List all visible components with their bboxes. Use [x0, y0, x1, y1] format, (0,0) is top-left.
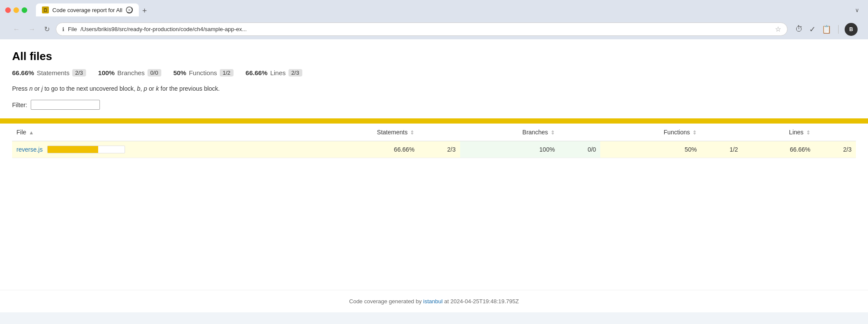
col-header-stmt-ratio — [419, 124, 460, 141]
coverage-summary: 66.66% Statements 2/3 100% Branches 0/0 … — [12, 69, 856, 76]
toolbar-divider — [838, 25, 839, 34]
file-link[interactable]: reverse.js — [16, 146, 43, 153]
cell-branch-ratio: 0/0 — [559, 141, 600, 158]
sort-icon-file: ▲ — [29, 130, 34, 136]
functions-pct: 50% — [173, 69, 186, 76]
filter-row: Filter: — [12, 100, 856, 110]
cell-line-ratio: 2/3 — [815, 141, 856, 158]
extensions-button[interactable]: ⏱ — [794, 24, 804, 35]
cell-func-ratio: 1/2 — [701, 141, 742, 158]
nav-bar: ← → ↻ ℹ File /Users/brikis98/src/ready-f… — [5, 20, 863, 39]
sort-icon-branches: ⇕ — [551, 130, 555, 136]
branches-summary: 100% Branches 0/0 — [98, 69, 161, 76]
statements-label: Statements — [37, 69, 70, 76]
reload-button[interactable]: ↻ — [42, 23, 52, 35]
footer-text-after: at 2024-04-25T19:48:19.795Z — [442, 298, 519, 305]
tab-favicon: 🗒 — [42, 6, 49, 13]
footer-text-before: Code coverage generated by — [349, 298, 423, 305]
bookmark-icon[interactable]: ☆ — [775, 25, 781, 33]
window-controls — [5, 7, 27, 13]
col-header-statements[interactable]: Statements ⇕ — [307, 124, 419, 141]
address-bar[interactable]: ℹ File /Users/brikis98/src/ready-for-pro… — [56, 22, 788, 36]
lines-label: Lines — [270, 69, 286, 76]
window-close-button[interactable] — [5, 7, 11, 13]
col-header-branch-ratio — [559, 124, 600, 141]
forward-button[interactable]: → — [26, 24, 38, 35]
page-content: All files 66.66% Statements 2/3 100% Bra… — [0, 39, 868, 290]
col-label-functions: Functions — [664, 129, 690, 136]
filter-input[interactable] — [31, 100, 100, 110]
col-label-branches: Branches — [522, 129, 548, 136]
sort-icon-statements: ⇕ — [410, 130, 414, 136]
statements-pct: 66.66% — [12, 69, 34, 76]
col-header-func-ratio — [701, 124, 742, 141]
col-label-statements: Statements — [377, 129, 408, 136]
page-title: All files — [12, 50, 856, 63]
cell-stmt-ratio: 2/3 — [419, 141, 460, 158]
yellow-bar-separator — [0, 118, 868, 124]
col-header-file[interactable]: File ▲ — [12, 124, 307, 141]
back-button[interactable]: ← — [10, 24, 22, 35]
col-header-functions[interactable]: Functions ⇕ — [600, 124, 701, 141]
functions-summary: 50% Functions 1/2 — [173, 69, 234, 76]
table-header-row: File ▲ Statements ⇕ Branches ⇕ Functions… — [12, 124, 856, 141]
sort-icon-lines: ⇕ — [806, 130, 810, 136]
cell-line-pct: 66.66% — [742, 141, 814, 158]
tab-bar: 🗒 Code coverage report for All × + — [36, 3, 848, 16]
cell-file: reverse.js — [12, 141, 307, 158]
lines-badge: 2/3 — [288, 69, 302, 76]
new-tab-button[interactable]: + — [139, 5, 151, 16]
branches-badge: 0/0 — [147, 69, 161, 76]
statements-summary: 66.66% Statements 2/3 — [12, 69, 86, 76]
info-icon: ℹ — [62, 26, 64, 32]
window-maximize-button[interactable] — [22, 7, 27, 13]
checkmark-button[interactable]: ✓ — [808, 24, 817, 35]
cell-branch-pct: 100% — [460, 141, 559, 158]
tab-close-button[interactable]: × — [126, 6, 133, 13]
lines-pct: 66.66% — [246, 69, 268, 76]
browser-expand-button[interactable]: ∨ — [852, 5, 863, 15]
address-path: /Users/brikis98/src/ready-for-production… — [80, 26, 772, 32]
col-header-lines[interactable]: Lines ⇕ — [742, 124, 814, 141]
functions-label: Functions — [189, 69, 217, 76]
branches-label: Branches — [117, 69, 144, 76]
hint-text: Press n or j to go to the next uncovered… — [12, 85, 856, 92]
active-tab[interactable]: 🗒 Code coverage report for All × — [36, 3, 139, 16]
sort-icon-functions: ⇕ — [692, 130, 697, 136]
functions-badge: 1/2 — [220, 69, 234, 76]
clipboard-button[interactable]: 📋 — [821, 24, 832, 35]
branches-pct: 100% — [98, 69, 115, 76]
progress-bar-fill — [48, 146, 98, 153]
address-protocol: File — [68, 26, 77, 32]
col-header-branches[interactable]: Branches ⇕ — [460, 124, 559, 141]
progress-bar — [47, 146, 125, 153]
cell-stmt-pct: 66.66% — [307, 141, 419, 158]
cell-func-pct: 50% — [600, 141, 701, 158]
col-label-lines: Lines — [789, 129, 803, 136]
toolbar-icons: ⏱ ✓ 📋 B — [794, 23, 858, 36]
profile-avatar[interactable]: B — [845, 23, 858, 36]
title-bar: 🗒 Code coverage report for All × + ∨ — [5, 3, 863, 16]
lines-summary: 66.66% Lines 2/3 — [246, 69, 302, 76]
page-footer: Code coverage generated by istanbul at 2… — [0, 290, 868, 312]
window-minimize-button[interactable] — [13, 7, 19, 13]
table-row: reverse.js 66.66% 2/3 100% 0/0 50% 1/2 6… — [12, 141, 856, 158]
istanbul-link[interactable]: istanbul — [423, 298, 443, 305]
col-header-line-ratio — [815, 124, 856, 141]
filter-label: Filter: — [12, 102, 27, 108]
col-label-file: File — [16, 129, 26, 136]
coverage-table: File ▲ Statements ⇕ Branches ⇕ Functions… — [12, 124, 856, 158]
statements-badge: 2/3 — [72, 69, 86, 76]
tab-title: Code coverage report for All — [52, 7, 122, 13]
browser-chrome: 🗒 Code coverage report for All × + ∨ ← →… — [0, 0, 868, 39]
